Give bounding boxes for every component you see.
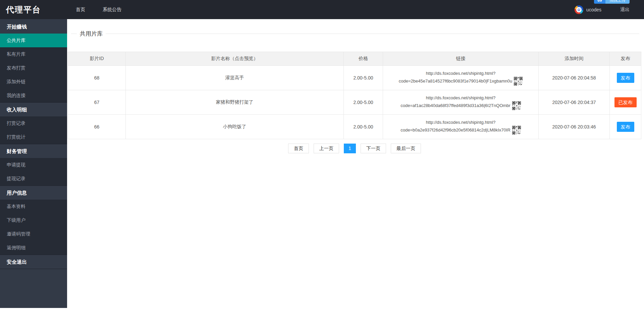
sidebar-item[interactable]: 公共片库 [0,34,67,47]
ucodes-logo-letter: U [576,7,582,12]
top-right-area: U ucodes 退出 [575,5,644,14]
page-title: 共用片库 [77,30,106,38]
fieldset-line-right [106,34,639,34]
pagination-button[interactable]: 上一页 [314,144,339,153]
cell-movie-id: 67 [68,90,126,115]
col-header-movie-id: 影片ID [68,52,126,66]
link-url-line2: code=b0a2e937f26d42f96cb20e5f06814c2d|LM… [400,127,511,134]
sidebar-group: 安全退出 [0,255,67,269]
sidebar-group: 用户信息 基本资料 下级用户 邀请码管理 返佣明细 [0,186,67,255]
link-url-line2: code=2be45e7a814527f6bc9083f1e79014b0|F1… [399,78,512,85]
cell-movie-name[interactable]: 灌篮高手 [126,66,344,90]
sidebar-group-title[interactable]: 财务管理 [0,144,67,158]
col-header-publish: 发布 [610,52,641,66]
top-navbar: 代理平台 首页 系统公告 U ucodes 退出 [0,0,644,19]
cell-movie-id: 68 [68,66,126,90]
publish-button[interactable]: 发布 [617,122,634,132]
sidebar-item[interactable]: 打赏记录 [0,116,67,130]
cell-publish: 已发布 [610,90,641,115]
sidebar-item[interactable]: 私有片库 [0,47,67,61]
qrcode-icon[interactable] [512,101,521,110]
cell-link: http://ds.foxcodes.net/shipintg.html? co… [383,66,539,90]
sidebar-item[interactable]: 提现记录 [0,172,67,186]
fieldset-line-left [71,34,77,34]
sidebar-group-title[interactable]: 用户信息 [0,186,67,200]
col-header-add-time: 添加时间 [539,52,610,66]
ucodes-logo-icon: U [575,5,583,14]
nav-item-home[interactable]: 首页 [67,0,94,19]
app-logo: 代理平台 [0,4,67,15]
pagination-button[interactable]: 下一页 [361,144,386,153]
sidebar: 开始赚钱 公共片库 私有片库 发布打赏 添加外链 我的连接 收入明细 打赏记录 … [0,19,67,308]
sidebar-item[interactable]: 申请提现 [0,158,67,172]
main-content: 共用片库 影片ID 影片名称（点击预览） 价格 链接 添加时间 发布 68 灌篮… [67,19,644,153]
col-header-movie-name: 影片名称（点击预览） [126,52,344,66]
table-header-row: 影片ID 影片名称（点击预览） 价格 链接 添加时间 发布 [68,52,641,66]
cell-price: 2.00-5.00 [344,90,383,115]
cell-movie-id: 66 [68,115,126,139]
sidebar-group: 收入明细 打赏记录 打赏统计 [0,103,67,144]
sidebar-item[interactable]: 基本资料 [0,200,67,213]
publish-button[interactable]: 已发布 [614,97,637,107]
sidebar-item[interactable]: 添加外链 [0,75,67,89]
table-row: 67 家猪和野猪打架了 2.00-5.00 http://ds.foxcodes… [68,90,641,115]
cell-publish: 发布 [610,115,641,139]
link-url-line2: code=af1ac28b40da68f37ffed489f3d31a36|6I… [400,102,510,109]
sidebar-group: 开始赚钱 公共片库 私有片库 发布打赏 添加外链 我的连接 [0,20,67,103]
pagination: 首页 上一页 1 下一页 最后一页 [68,144,641,153]
pagination-button[interactable]: 1 [344,144,356,153]
sidebar-group: 财务管理 申请提现 提现记录 [0,144,67,186]
cell-price: 2.00-5.00 [344,66,383,90]
extension-count-badge: 69 [594,0,605,4]
sidebar-group-title[interactable]: 开始赚钱 [0,20,67,34]
publish-button[interactable]: 发布 [617,73,634,83]
cell-movie-name[interactable]: 家猪和野猪打架了 [126,90,344,115]
pagination-button[interactable]: 首页 [288,144,309,153]
link-url-line1: http://ds.foxcodes.net/shipintg.html? [383,95,538,101]
username[interactable]: ucodes [586,7,601,12]
sidebar-item[interactable]: 我的连接 [0,89,67,102]
sidebar-item[interactable]: 下级用户 [0,213,67,227]
qrcode-icon[interactable] [514,77,523,86]
top-nav: 首页 系统公告 [67,0,130,19]
sidebar-item[interactable]: 邀请码管理 [0,227,67,241]
sidebar-item[interactable]: 打赏统计 [0,130,67,144]
col-header-link: 链接 [383,52,539,66]
qrcode-icon[interactable] [512,126,521,135]
cell-link: http://ds.foxcodes.net/shipintg.html? co… [383,90,539,115]
cell-link: http://ds.foxcodes.net/shipintg.html? co… [383,115,539,139]
table-row: 68 灌篮高手 2.00-5.00 http://ds.foxcodes.net… [68,66,641,90]
cell-price: 2.00-5.00 [344,115,383,139]
sidebar-item[interactable]: 发布打赏 [0,61,67,75]
cell-publish: 发布 [610,66,641,90]
section-title-fieldset: 共用片库 [71,30,639,37]
col-header-price: 价格 [344,52,383,66]
sidebar-group-title[interactable]: 安全退出 [0,255,67,269]
cell-add-time: 2020-07-06 20:04:37 [539,90,610,115]
cell-add-time: 2020-07-06 20:04:58 [539,66,610,90]
link-url-line1: http://ds.foxcodes.net/shipintg.html? [383,70,538,77]
logout-link[interactable]: 退出 [620,7,630,13]
cell-add-time: 2020-07-06 20:03:46 [539,115,610,139]
extension-label: 拖拽上传 [605,0,630,4]
pagination-button[interactable]: 最后一页 [391,144,421,153]
link-url-line1: http://ds.foxcodes.net/shipintg.html? [383,119,538,126]
table-row: 66 小狗吃饭了 2.00-5.00 http://ds.foxcodes.ne… [68,115,641,139]
sidebar-group-title[interactable]: 收入明细 [0,103,67,116]
nav-item-announcements[interactable]: 系统公告 [94,0,130,19]
sidebar-item[interactable]: 返佣明细 [0,241,67,255]
drag-upload-extension-badge[interactable]: 69 拖拽上传 [594,0,630,4]
movies-table: 影片ID 影片名称（点击预览） 价格 链接 添加时间 发布 68 灌篮高手 2.… [68,52,641,139]
cell-movie-name[interactable]: 小狗吃饭了 [126,115,344,139]
